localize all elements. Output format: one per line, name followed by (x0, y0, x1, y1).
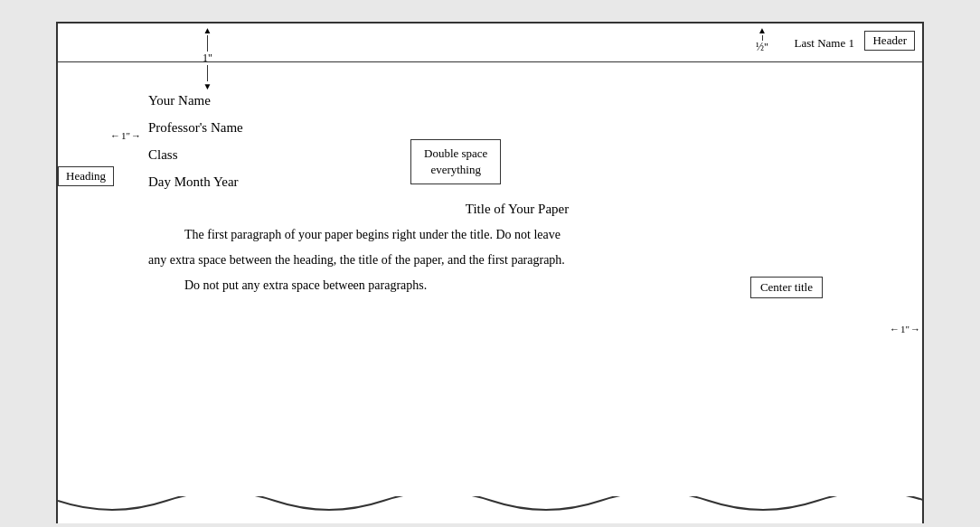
professor-name-line: Professor's Name (148, 114, 886, 141)
paragraph-1: The first paragraph of your paper begins… (148, 222, 886, 248)
paper-document: ▲ 1" ▼ ▲ ½" Last Name 1 Header Heading D… (56, 22, 924, 523)
left-margin-indicator: ← 1" → (110, 130, 141, 141)
class-line: Class (148, 141, 886, 168)
date-line: Day Month Year (148, 168, 886, 195)
content-area: Your Name Professor's Name Class Day Mon… (148, 24, 886, 298)
heading-label-box: Heading (58, 166, 114, 186)
page-container: ▲ 1" ▼ ▲ ½" Last Name 1 Header Heading D… (9, 9, 971, 527)
title-line: Title of Your Paper (148, 195, 886, 222)
paragraph-2: any extra space between the heading, the… (148, 248, 886, 273)
your-name-line: Your Name (148, 87, 886, 114)
right-margin-indicator: ← 1" → (890, 324, 920, 334)
wave-bottom (58, 496, 922, 523)
paragraph-3: Do not put any extra space between parag… (148, 273, 886, 298)
header-divider (58, 61, 922, 62)
